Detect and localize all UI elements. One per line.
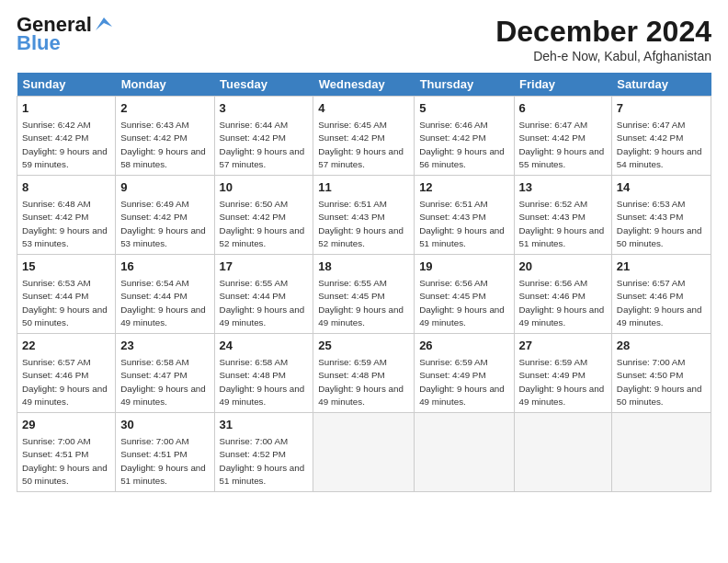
day-cell: 24Sunrise: 6:58 AMSunset: 4:48 PMDayligh… <box>214 334 313 413</box>
day-cell: 7Sunrise: 6:47 AMSunset: 4:42 PMDaylight… <box>611 97 711 176</box>
day-cell: 22Sunrise: 6:57 AMSunset: 4:46 PMDayligh… <box>17 334 116 413</box>
day-cell: 1Sunrise: 6:42 AMSunset: 4:42 PMDaylight… <box>17 97 116 176</box>
day-info: Sunrise: 6:44 AMSunset: 4:42 PMDaylight:… <box>220 119 309 171</box>
day-cell: 23Sunrise: 6:58 AMSunset: 4:47 PMDayligh… <box>116 334 214 413</box>
day-cell: 18Sunrise: 6:55 AMSunset: 4:45 PMDayligh… <box>313 255 415 334</box>
day-info: Sunrise: 6:51 AMSunset: 4:43 PMDaylight:… <box>318 198 409 250</box>
day-number: 3 <box>220 100 309 117</box>
day-number: 19 <box>419 259 508 275</box>
day-number: 15 <box>22 259 110 275</box>
day-info: Sunrise: 7:00 AMSunset: 4:51 PMDaylight:… <box>22 435 110 488</box>
day-info: Sunrise: 7:00 AMSunset: 4:51 PMDaylight:… <box>120 435 209 488</box>
day-cell: 27Sunrise: 6:59 AMSunset: 4:49 PMDayligh… <box>514 334 611 413</box>
day-number: 12 <box>419 179 508 196</box>
day-cell: 29Sunrise: 7:00 AMSunset: 4:51 PMDayligh… <box>17 413 116 492</box>
day-cell: 3Sunrise: 6:44 AMSunset: 4:42 PMDaylight… <box>214 97 313 176</box>
day-info: Sunrise: 6:51 AMSunset: 4:43 PMDaylight:… <box>419 198 508 250</box>
col-header-sunday: Sunday <box>17 73 116 97</box>
calendar-table: SundayMondayTuesdayWednesdayThursdayFrid… <box>17 73 711 492</box>
week-row-3: 15Sunrise: 6:53 AMSunset: 4:44 PMDayligh… <box>17 255 711 334</box>
day-info: Sunrise: 6:43 AMSunset: 4:42 PMDaylight:… <box>120 119 209 171</box>
col-header-thursday: Thursday <box>415 73 514 97</box>
day-cell: 2Sunrise: 6:43 AMSunset: 4:42 PMDaylight… <box>116 97 214 176</box>
logo-bird-icon <box>94 14 114 34</box>
day-number: 28 <box>617 338 706 354</box>
day-cell: 4Sunrise: 6:45 AMSunset: 4:42 PMDaylight… <box>313 97 415 176</box>
day-number: 20 <box>519 259 607 275</box>
day-cell: 16Sunrise: 6:54 AMSunset: 4:44 PMDayligh… <box>116 255 214 334</box>
day-number: 7 <box>617 100 706 117</box>
day-info: Sunrise: 6:49 AMSunset: 4:42 PMDaylight:… <box>120 198 209 250</box>
day-number: 23 <box>120 338 209 354</box>
day-cell: 31Sunrise: 7:00 AMSunset: 4:52 PMDayligh… <box>214 413 313 492</box>
col-header-saturday: Saturday <box>611 73 711 97</box>
col-header-wednesday: Wednesday <box>313 73 415 97</box>
logo: General Blue <box>17 15 114 53</box>
day-cell: 15Sunrise: 6:53 AMSunset: 4:44 PMDayligh… <box>17 255 116 334</box>
day-info: Sunrise: 6:46 AMSunset: 4:42 PMDaylight:… <box>419 119 508 171</box>
month-title: December 2024 <box>495 15 711 49</box>
day-info: Sunrise: 6:56 AMSunset: 4:45 PMDaylight:… <box>419 277 508 329</box>
day-number: 31 <box>220 417 309 433</box>
day-info: Sunrise: 6:52 AMSunset: 4:43 PMDaylight:… <box>519 198 607 250</box>
day-number: 27 <box>519 338 607 354</box>
col-header-friday: Friday <box>514 73 611 97</box>
day-cell: 25Sunrise: 6:59 AMSunset: 4:48 PMDayligh… <box>313 334 415 413</box>
day-info: Sunrise: 6:47 AMSunset: 4:42 PMDaylight:… <box>617 119 706 171</box>
day-cell: 19Sunrise: 6:56 AMSunset: 4:45 PMDayligh… <box>415 255 514 334</box>
day-number: 29 <box>22 417 110 433</box>
week-row-4: 22Sunrise: 6:57 AMSunset: 4:46 PMDayligh… <box>17 334 711 413</box>
day-cell: 10Sunrise: 6:50 AMSunset: 4:42 PMDayligh… <box>214 176 313 255</box>
week-row-2: 8Sunrise: 6:48 AMSunset: 4:42 PMDaylight… <box>17 176 711 255</box>
page: General Blue December 2024 Deh-e Now, Ka… <box>0 0 728 503</box>
day-number: 14 <box>617 179 706 196</box>
day-cell <box>415 413 514 492</box>
day-number: 13 <box>519 179 607 196</box>
day-number: 26 <box>419 338 508 354</box>
day-cell: 17Sunrise: 6:55 AMSunset: 4:44 PMDayligh… <box>214 255 313 334</box>
day-number: 24 <box>220 338 309 354</box>
day-info: Sunrise: 6:50 AMSunset: 4:42 PMDaylight:… <box>220 198 309 250</box>
header: General Blue December 2024 Deh-e Now, Ka… <box>17 15 711 63</box>
day-info: Sunrise: 6:55 AMSunset: 4:44 PMDaylight:… <box>220 277 309 329</box>
day-info: Sunrise: 6:48 AMSunset: 4:42 PMDaylight:… <box>22 198 110 250</box>
day-number: 17 <box>220 259 309 275</box>
day-number: 16 <box>120 259 209 275</box>
day-info: Sunrise: 6:57 AMSunset: 4:46 PMDaylight:… <box>22 356 110 408</box>
location-subtitle: Deh-e Now, Kabul, Afghanistan <box>495 49 711 63</box>
day-info: Sunrise: 6:45 AMSunset: 4:42 PMDaylight:… <box>318 119 409 171</box>
day-info: Sunrise: 6:57 AMSunset: 4:46 PMDaylight:… <box>617 277 706 329</box>
day-number: 22 <box>22 338 110 354</box>
day-info: Sunrise: 6:59 AMSunset: 4:49 PMDaylight:… <box>519 356 607 408</box>
day-info: Sunrise: 6:58 AMSunset: 4:47 PMDaylight:… <box>120 356 209 408</box>
col-header-tuesday: Tuesday <box>214 73 313 97</box>
day-number: 5 <box>419 100 508 117</box>
day-cell: 5Sunrise: 6:46 AMSunset: 4:42 PMDaylight… <box>415 97 514 176</box>
day-cell: 13Sunrise: 6:52 AMSunset: 4:43 PMDayligh… <box>514 176 611 255</box>
day-number: 11 <box>318 179 409 196</box>
title-block: December 2024 Deh-e Now, Kabul, Afghanis… <box>495 15 711 63</box>
day-info: Sunrise: 6:59 AMSunset: 4:49 PMDaylight:… <box>419 356 508 408</box>
day-cell: 14Sunrise: 6:53 AMSunset: 4:43 PMDayligh… <box>611 176 711 255</box>
week-row-1: 1Sunrise: 6:42 AMSunset: 4:42 PMDaylight… <box>17 97 711 176</box>
day-number: 30 <box>120 417 209 433</box>
day-number: 9 <box>120 179 209 196</box>
day-info: Sunrise: 6:54 AMSunset: 4:44 PMDaylight:… <box>120 277 209 329</box>
day-number: 1 <box>22 100 110 117</box>
day-info: Sunrise: 6:47 AMSunset: 4:42 PMDaylight:… <box>519 119 607 171</box>
day-info: Sunrise: 7:00 AMSunset: 4:52 PMDaylight:… <box>220 435 309 488</box>
day-cell: 6Sunrise: 6:47 AMSunset: 4:42 PMDaylight… <box>514 97 611 176</box>
day-cell: 11Sunrise: 6:51 AMSunset: 4:43 PMDayligh… <box>313 176 415 255</box>
day-info: Sunrise: 6:58 AMSunset: 4:48 PMDaylight:… <box>220 356 309 408</box>
day-cell: 8Sunrise: 6:48 AMSunset: 4:42 PMDaylight… <box>17 176 116 255</box>
day-number: 2 <box>120 100 209 117</box>
svg-marker-0 <box>96 17 112 30</box>
day-number: 10 <box>220 179 309 196</box>
day-cell: 9Sunrise: 6:49 AMSunset: 4:42 PMDaylight… <box>116 176 214 255</box>
week-row-5: 29Sunrise: 7:00 AMSunset: 4:51 PMDayligh… <box>17 413 711 492</box>
day-info: Sunrise: 6:53 AMSunset: 4:43 PMDaylight:… <box>617 198 706 250</box>
day-cell: 21Sunrise: 6:57 AMSunset: 4:46 PMDayligh… <box>611 255 711 334</box>
day-number: 4 <box>318 100 409 117</box>
logo-blue-text: Blue <box>17 33 114 53</box>
day-number: 6 <box>519 100 607 117</box>
